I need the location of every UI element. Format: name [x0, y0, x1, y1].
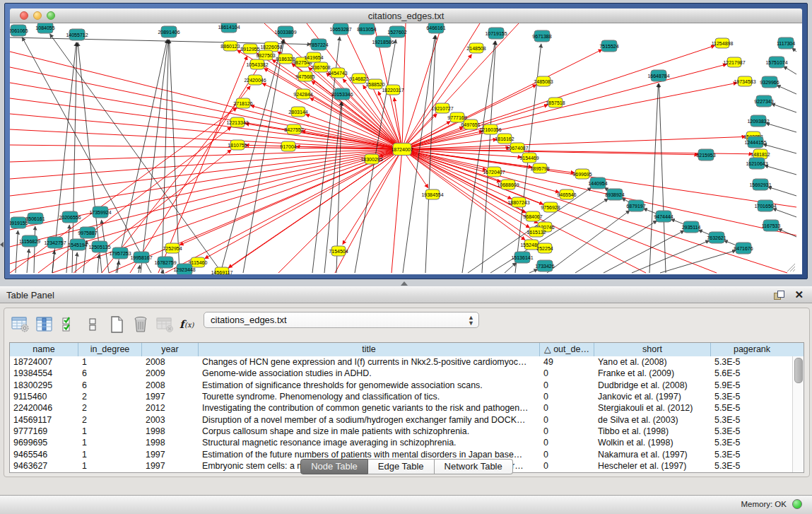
column-header-title[interactable]: title — [199, 343, 540, 356]
table-cell[interactable]: 2 — [78, 391, 142, 402]
table-cell[interactable]: 1 — [78, 356, 142, 368]
tab-node-table[interactable]: Node Table — [300, 459, 368, 474]
graph-node[interactable]: 18614104 — [218, 23, 240, 33]
table-cell[interactable]: Changes of HCN gene expression and I(f) … — [199, 356, 540, 368]
graph-node[interactable]: 1084055 — [35, 23, 54, 33]
graph-node[interactable]: 9827503 — [256, 50, 275, 60]
table-cell[interactable]: 2009 — [142, 368, 199, 379]
graph-node[interactable]: 9699695 — [572, 169, 592, 179]
tab-network-table[interactable]: Network Table — [435, 459, 513, 474]
column-header-year[interactable]: year — [142, 343, 199, 356]
graph-node[interactable]: 7252954 — [163, 243, 182, 253]
graph-node[interactable]: 1895798 — [530, 163, 549, 173]
graph-node[interactable]: 12342757 — [44, 237, 66, 248]
table-cell[interactable]: Corpus callosum shape and size in male p… — [199, 426, 540, 437]
function-builder-icon[interactable]: f(x) — [177, 314, 201, 335]
table-cell[interactable]: Genome-wide association studies in ADHD. — [199, 368, 540, 379]
table-row[interactable]: 1456911722003Disruption of a novel membe… — [10, 414, 793, 426]
table-cell[interactable]: 0 — [540, 391, 594, 402]
table-cell[interactable]: 18300295 — [10, 380, 78, 391]
delete-icon[interactable] — [129, 314, 153, 335]
table-cell[interactable]: 5.3E-5 — [711, 414, 793, 426]
table-cell[interactable]: 9777169 — [10, 426, 78, 437]
graph-node[interactable]: 8471676 — [734, 243, 753, 254]
new-document-icon[interactable] — [105, 314, 129, 335]
table-cell[interactable]: 0 — [540, 437, 594, 448]
graph-node[interactable]: 8454743 — [328, 68, 347, 78]
graph-node[interactable]: 12444155 — [744, 136, 766, 148]
table-column-icon[interactable] — [33, 314, 57, 335]
graph-node[interactable]: 15136141 — [511, 252, 533, 263]
graph-node[interactable]: 19958167 — [130, 252, 152, 263]
table-cell[interactable]: 18724007 — [10, 356, 78, 368]
table-cell[interactable]: 49 — [540, 356, 594, 368]
table-cell[interactable]: de Silva et al. (2003) — [594, 414, 711, 426]
graph-node[interactable]: 6879197 — [626, 200, 645, 211]
graph-node[interactable]: 12923448 — [173, 264, 195, 274]
graph-node[interactable]: 1810755 — [228, 140, 247, 150]
graph-node[interactable]: 19734583 — [734, 76, 755, 86]
graph-node[interactable]: 15751074 — [765, 57, 787, 68]
vertical-scrollbar[interactable] — [792, 356, 804, 472]
table-cell[interactable]: 9699695 — [10, 437, 78, 448]
graph-node[interactable]: 7515524 — [599, 40, 618, 52]
table-cell[interactable]: Structural magnetic resonance image aver… — [199, 437, 540, 448]
close-panel-icon[interactable]: ✕ — [794, 288, 804, 301]
table-cell[interactable]: 1 — [78, 426, 142, 437]
graph-node[interactable]: 16648784 — [647, 70, 669, 81]
graph-node[interactable]: 8506161 — [25, 213, 45, 224]
graph-node[interactable]: 10543382 — [246, 59, 268, 69]
graph-node[interactable]: 19384554 — [421, 189, 443, 199]
table-cell[interactable]: 1 — [78, 437, 142, 448]
graph-node[interactable]: 10653287 — [329, 23, 351, 35]
graph-node[interactable]: 8813054 — [357, 23, 376, 35]
table-cell[interactable]: Stergiakouli et al. (2012) — [594, 402, 711, 414]
graph-node[interactable]: 12217987 — [723, 57, 745, 67]
table-cell[interactable]: Franke et al. (2009) — [594, 368, 711, 379]
split-collapse-handle[interactable] — [401, 281, 408, 286]
table-cell[interactable]: Wolkin et al. (1998) — [594, 437, 711, 448]
graph-node[interactable]: 1117304 — [777, 37, 795, 49]
graph-node[interactable]: 9671388 — [532, 30, 551, 42]
table-cell[interactable]: Tourette syndrome. Phenomenology and cla… — [199, 391, 540, 402]
graph-node[interactable]: 8215953 — [696, 149, 715, 160]
graph-node[interactable]: 7154504 — [329, 246, 348, 256]
graph-node[interactable]: 2061065 — [10, 25, 28, 36]
graph-node[interactable]: 2935114 — [682, 221, 701, 233]
graph-node[interactable]: 9227343 — [754, 95, 773, 107]
graph-node[interactable]: 1545194 — [68, 239, 87, 250]
graph-node[interactable]: 6497651 — [461, 119, 480, 129]
graph-node[interactable]: 1857518 — [546, 98, 565, 107]
table-row[interactable]: 1872400712008Changes of HCN gene express… — [10, 356, 793, 368]
left-split-collapse-handle[interactable] — [0, 242, 4, 247]
graph-node[interactable]: 9474444 — [654, 211, 673, 222]
table-cell[interactable]: 5.5E-5 — [711, 402, 793, 414]
table-cell[interactable]: 2003 — [142, 414, 199, 426]
table-cell[interactable]: 5.9E-5 — [711, 380, 793, 391]
graph-node[interactable]: 8938924 — [605, 189, 624, 200]
table-header-row[interactable]: namein_degreeyeartitle△ out_de…shortpage… — [10, 343, 804, 357]
table-cell[interactable]: Estimation of significance thresholds fo… — [199, 380, 540, 391]
network-view-window[interactable]: citations_edges.txt 18724007886012389129… — [4, 3, 808, 279]
table-cell[interactable]: 0 — [540, 368, 594, 379]
tab-edge-table[interactable]: Edge Table — [368, 459, 435, 474]
table-cell[interactable]: Jankovic et al. (1997) — [594, 391, 711, 402]
graph-node[interactable]: 8427552 — [284, 124, 303, 134]
table-cell[interactable]: Yano et al. (2008) — [594, 356, 711, 368]
node-table[interactable]: namein_degreeyeartitle△ out_de…shortpage… — [9, 342, 804, 473]
graph-node[interactable]: 19218586 — [372, 36, 394, 47]
table-cell[interactable]: 6 — [78, 368, 142, 379]
graph-node[interactable]: 1527602 — [387, 26, 406, 37]
table-cell[interactable]: 0 — [540, 426, 594, 437]
graph-node[interactable]: 12093832 — [747, 115, 769, 127]
graph-node[interactable]: 9756928 — [541, 202, 560, 212]
graph-node[interactable]: 7485083 — [534, 76, 553, 86]
table-row[interactable]: 977716911998Corpus callosum shape and si… — [10, 426, 793, 437]
graph-node[interactable]: 1615132 — [526, 227, 546, 237]
graph-node[interactable]: 9465546 — [557, 189, 576, 199]
graph-node[interactable]: 8860123 — [220, 41, 240, 51]
graph-node[interactable]: 18220317 — [382, 85, 404, 95]
table-cell[interactable]: 0 — [540, 414, 594, 426]
table-cell[interactable]: Disruption of a novel member of a sodium… — [199, 414, 540, 426]
table-cell[interactable]: 2008 — [142, 356, 199, 368]
